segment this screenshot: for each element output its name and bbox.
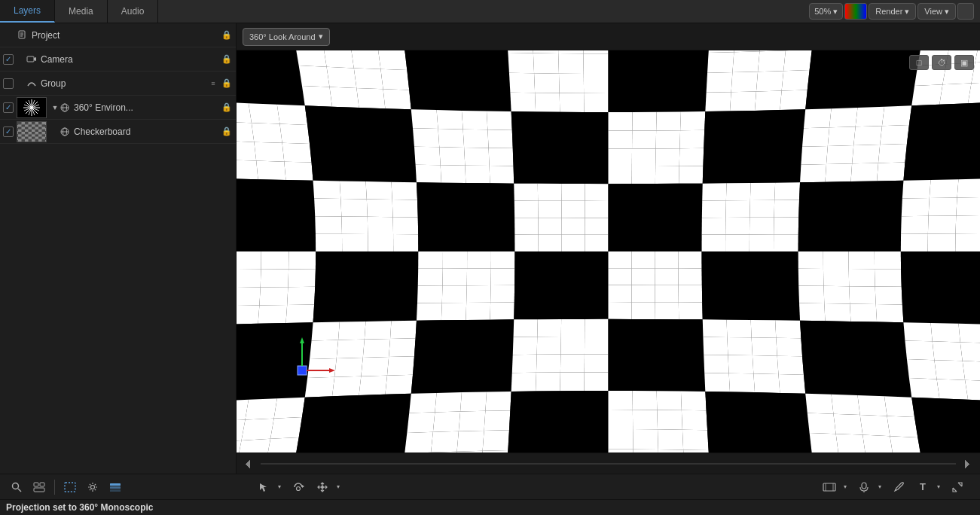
canvas-area: 360° Look Around ▾ — [237, 23, 980, 474]
layer-item-group[interactable]: Group ≡ 🔒 — [0, 72, 236, 96]
svg-rect-40 — [110, 489, 121, 492]
svg-point-37 — [91, 485, 95, 489]
pan-group: ▾ — [312, 478, 343, 496]
svg-rect-4 — [27, 56, 34, 62]
svg-rect-26 — [298, 366, 307, 375]
layer-name-camera: Camera — [41, 54, 221, 65]
svg-rect-21 — [18, 122, 45, 142]
pan-dropdown[interactable]: ▾ — [333, 478, 343, 496]
layer-item-environment[interactable]: ▼ 360° Environ... 🔒 — [0, 96, 236, 120]
environment-icon — [59, 102, 71, 114]
hand-rotate-button[interactable] — [288, 478, 309, 496]
lock2-icon-group: 🔒 — [221, 78, 233, 90]
text-dropdown[interactable]: ▾ — [933, 478, 944, 496]
layer-name-project: Project — [32, 30, 221, 41]
svg-point-42 — [297, 486, 301, 490]
video-frame-dropdown[interactable]: ▾ — [840, 478, 850, 496]
canvas-ctrl-1[interactable]: □ — [909, 55, 929, 70]
tab-layers[interactable]: Layers — [0, 0, 55, 23]
settings-button[interactable] — [82, 478, 103, 496]
status-bar: Projection set to 360° Monoscopic — [0, 500, 980, 515]
svg-rect-35 — [34, 488, 44, 492]
scrubber-start-icon: ⏴ — [243, 457, 255, 471]
layer-name-group: Group — [41, 78, 207, 89]
svg-marker-41 — [302, 485, 304, 488]
mic-group: ▾ — [853, 478, 885, 496]
mic-dropdown[interactable]: ▾ — [875, 478, 885, 496]
select-arrow-group: ▾ — [253, 478, 285, 496]
pan-button[interactable] — [312, 478, 333, 496]
checkbox-group[interactable] — [3, 78, 14, 89]
tab-media[interactable]: Media — [55, 0, 108, 23]
video-frame-group: ▾ — [819, 478, 850, 496]
scrubber-end-icon: ⏵ — [962, 457, 974, 471]
render-button[interactable]: Render ▾ — [869, 3, 916, 20]
left-tools — [6, 478, 243, 496]
checkerboard-icon — [59, 126, 71, 138]
checkerboard-canvas — [237, 50, 980, 453]
scrubber-bar[interactable]: ⏴ ⏵ — [237, 453, 980, 474]
svg-rect-39 — [110, 486, 121, 489]
svg-rect-33 — [34, 483, 38, 486]
bottom-toolbar: ▾ ▾ ▾ — [0, 474, 980, 500]
canvas-ctrl-2[interactable]: ⏱ — [932, 55, 951, 70]
layers-alt-button[interactable] — [105, 478, 126, 496]
thumb-environment — [17, 97, 47, 118]
select-box-button[interactable] — [60, 478, 81, 496]
select-arrow-dropdown[interactable]: ▾ — [274, 478, 285, 496]
thumb-checkerboard — [17, 121, 47, 142]
view-square-btn[interactable] — [957, 3, 974, 20]
layer-name-environment: 360° Environ... — [74, 102, 221, 113]
view-button[interactable]: View ▾ — [917, 3, 956, 20]
tabs: Layers Media Audio — [0, 0, 158, 23]
lock-icon-checkerboard: 🔒 — [221, 126, 233, 138]
svg-rect-38 — [110, 483, 121, 486]
checkbox-environment[interactable] — [3, 102, 14, 113]
top-bar-right: 50% ▾ Render ▾ View ▾ — [809, 3, 980, 20]
svg-rect-47 — [862, 483, 866, 489]
layers-panel: Project 🔒 Camera 🔒 Group ≡ 🔒 — [0, 23, 237, 474]
triangle-environment[interactable]: ▼ — [51, 104, 59, 111]
layer-item-project[interactable]: Project 🔒 — [0, 23, 236, 47]
axis-indicator — [278, 337, 338, 392]
search-button[interactable] — [6, 478, 27, 496]
lock-icon-group: ≡ — [207, 78, 219, 90]
mic-button[interactable] — [853, 478, 875, 496]
status-text: Projection set to 360° Monoscopic — [6, 502, 154, 513]
select-arrow-button[interactable] — [253, 478, 274, 496]
scrubber-line[interactable] — [261, 463, 956, 465]
layer-name-checkerboard: Checkerboard — [74, 126, 221, 137]
lock-icon-project: 🔒 — [221, 29, 233, 41]
main-layout: Project 🔒 Camera 🔒 Group ≡ 🔒 — [0, 23, 980, 474]
canvas-controls: □ ⏱ ▣ — [909, 55, 974, 70]
layer-item-checkerboard[interactable]: Checkerboard 🔒 — [0, 120, 236, 144]
top-bar: Layers Media Audio 50% ▾ Render ▾ View ▾ — [0, 0, 980, 23]
video-frame-button[interactable] — [819, 478, 840, 496]
group-icon — [26, 78, 38, 90]
separator-1 — [54, 480, 55, 495]
checkbox-camera[interactable] — [3, 54, 14, 65]
svg-rect-36 — [65, 483, 75, 492]
text-button[interactable]: T — [912, 478, 933, 496]
pencil-button[interactable] — [888, 478, 909, 496]
svg-rect-34 — [40, 483, 44, 486]
view-dropdown[interactable]: 360° Look Around ▾ — [243, 28, 330, 46]
checkbox-checkerboard[interactable] — [3, 126, 14, 137]
layout-button[interactable] — [29, 478, 50, 496]
svg-marker-28 — [300, 337, 304, 343]
svg-marker-30 — [329, 368, 335, 373]
tab-audio[interactable]: Audio — [108, 0, 159, 23]
svg-point-31 — [13, 483, 19, 489]
canvas-toolbar: 360° Look Around ▾ — [237, 23, 980, 50]
zoom-control[interactable]: 50% ▾ — [809, 3, 843, 20]
right-tools: ▾ ▾ ▾ — [247, 478, 974, 496]
svg-point-43 — [321, 486, 324, 489]
camera-icon — [26, 53, 38, 66]
text-group: T ▾ — [912, 478, 944, 496]
expand-button[interactable] — [947, 478, 968, 496]
color-picker[interactable] — [844, 3, 867, 20]
canvas-ctrl-3[interactable]: ▣ — [954, 55, 974, 70]
layer-item-camera[interactable]: Camera 🔒 — [0, 47, 236, 72]
canvas-viewport: □ ⏱ ▣ — [237, 50, 980, 453]
lock-icon-camera: 🔒 — [221, 53, 233, 66]
